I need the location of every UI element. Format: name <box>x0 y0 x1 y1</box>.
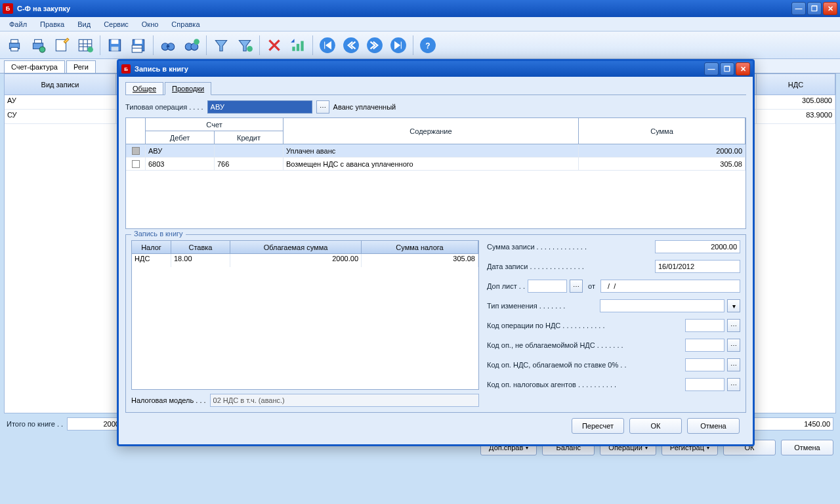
funnel-icon[interactable] <box>211 35 232 56</box>
col-debit: Дебет <box>146 131 215 144</box>
first-icon[interactable] <box>317 35 338 56</box>
typ-op-input[interactable] <box>207 100 312 114</box>
tab-general[interactable]: Общее <box>125 82 163 94</box>
checkbox-icon[interactable] <box>132 147 140 155</box>
delete-icon[interactable] <box>264 35 285 56</box>
svg-rect-28 <box>297 43 299 51</box>
type-change-input[interactable] <box>600 299 724 312</box>
typ-op-picker[interactable]: ⋯ <box>316 100 329 114</box>
cell-base: 2000.00 <box>230 254 362 267</box>
checkbox-icon[interactable] <box>132 160 140 168</box>
menu-file[interactable]: Файл <box>4 19 32 30</box>
posting-row[interactable]: АВУ Уплачен аванс 2000.00 <box>126 144 746 158</box>
dialog-close-button[interactable]: ✕ <box>736 62 750 75</box>
typ-op-desc: Аванс уплаченный <box>333 103 396 111</box>
dialog-maximize-button[interactable]: ❐ <box>720 62 734 75</box>
close-button[interactable]: ✕ <box>823 2 837 15</box>
sort-icon[interactable] <box>287 35 308 56</box>
fieldset-legend: Запись в книгу <box>131 230 186 238</box>
code-nds-picker[interactable]: ⋯ <box>727 319 740 332</box>
menu-view[interactable]: Вид <box>72 19 96 30</box>
dop-list-input[interactable] <box>528 280 567 293</box>
funnel-add-icon[interactable] <box>234 35 255 56</box>
col-account: Счет <box>146 118 284 131</box>
cell-content: Возмещен НДС с аванса уплаченного <box>284 158 579 170</box>
cell-credit: 766 <box>215 158 284 170</box>
dialog-titlebar: Б Запись в книгу — ❐ ✕ <box>119 61 753 77</box>
posting-row[interactable]: 6803 766 Возмещен НДС с аванса уплаченно… <box>126 158 746 171</box>
tab-register[interactable]: Реги <box>66 60 96 73</box>
last-icon[interactable] <box>388 35 409 56</box>
save-grid-icon[interactable] <box>128 35 149 56</box>
svg-point-25 <box>194 39 200 45</box>
tax-model-input[interactable] <box>210 394 479 407</box>
postings-grid: Счет Дебет Кредит Содержание Сумма АВУ У… <box>125 117 746 229</box>
next-icon[interactable] <box>364 35 385 56</box>
dialog-footer: Пересчет ОК Отмена <box>125 413 746 439</box>
svg-text:?: ? <box>425 41 430 51</box>
save-icon[interactable] <box>104 35 125 56</box>
svg-point-12 <box>87 47 93 52</box>
svg-rect-2 <box>11 47 18 51</box>
binoculars-icon[interactable] <box>158 35 178 56</box>
grid-icon[interactable] <box>75 35 96 56</box>
tax-model-label: Налоговая модель . . . <box>131 396 206 404</box>
cell-content: Уплачен аванс <box>284 144 579 157</box>
dop-list-label: Доп лист . . <box>487 282 525 290</box>
recalc-button[interactable]: Пересчет <box>572 418 624 434</box>
edit-icon[interactable] <box>51 35 72 56</box>
code-nds-input[interactable] <box>685 319 724 332</box>
help-icon[interactable]: ? <box>417 35 438 56</box>
tab-invoice[interactable]: Счет-фактура <box>4 60 65 73</box>
col-nds: НДС <box>757 74 835 94</box>
svg-rect-18 <box>132 45 142 52</box>
print-setup-icon[interactable] <box>28 35 49 56</box>
cell-rate: 18.00 <box>171 254 230 267</box>
dop-list-picker[interactable]: ⋯ <box>570 280 583 293</box>
code-nonds-picker[interactable]: ⋯ <box>727 339 740 352</box>
date-label: Дата записи . . . . . . . . . . . . . . <box>487 262 652 270</box>
date-input[interactable] <box>655 260 740 273</box>
code-nds0-input[interactable] <box>685 358 724 371</box>
menu-service[interactable]: Сервис <box>98 19 134 30</box>
cell-taxsum: 305.08 <box>362 254 478 267</box>
code-nds-label: Код операции по НДС . . . . . . . . . . … <box>487 322 682 329</box>
menu-window[interactable]: Окно <box>136 19 164 30</box>
cell-sum: 2000.00 <box>579 144 746 157</box>
code-agent-picker[interactable]: ⋯ <box>727 378 740 391</box>
col-type: Вид записи <box>5 74 116 94</box>
book-entry-fieldset: Запись в книгу Налог Ставка Облагаемая с… <box>125 234 746 413</box>
dialog-cancel-button[interactable]: Отмена <box>687 418 740 434</box>
code-nds0-picker[interactable]: ⋯ <box>727 358 740 371</box>
sum-input[interactable] <box>655 240 740 253</box>
svg-point-5 <box>39 47 45 52</box>
tax-row[interactable]: НДС 18.00 2000.00 305.08 <box>132 254 478 267</box>
dialog-tabs: Общее Проводки <box>125 82 746 95</box>
svg-rect-29 <box>301 41 303 51</box>
prev-icon[interactable] <box>341 35 362 56</box>
ot-label: от <box>588 282 595 290</box>
ot-input[interactable] <box>600 280 740 293</box>
svg-rect-14 <box>112 39 119 44</box>
cell-debit: АВУ <box>146 144 215 157</box>
maximize-button[interactable]: ❐ <box>807 2 822 15</box>
dialog-ok-button[interactable]: ОК <box>629 418 682 434</box>
col-tax: Налог <box>132 241 171 254</box>
minimize-button[interactable]: — <box>791 2 806 15</box>
code-nonds-input[interactable] <box>685 339 724 352</box>
cancel-button[interactable]: Отмена <box>781 440 833 455</box>
type-change-dropdown[interactable]: ▾ <box>727 299 740 312</box>
typ-op-label: Типовая операция . . . . <box>125 103 203 111</box>
print-icon[interactable] <box>4 35 25 56</box>
cell-nds: 305.0800 <box>757 95 835 109</box>
code-nds0-label: Код оп. НДС, облагаемой по ставке 0% . . <box>487 361 682 369</box>
binoculars-plus-icon[interactable] <box>181 35 202 56</box>
menu-help[interactable]: Справка <box>166 19 205 30</box>
dialog-minimize-button[interactable]: — <box>704 62 719 75</box>
menu-edit[interactable]: Правка <box>35 19 70 30</box>
code-agent-input[interactable] <box>685 378 724 391</box>
app-icon: Б <box>3 3 13 14</box>
tab-postings[interactable]: Проводки <box>165 82 211 95</box>
menubar: Файл Правка Вид Сервис Окно Справка <box>0 17 840 32</box>
col-sum: Сумма <box>579 118 746 144</box>
